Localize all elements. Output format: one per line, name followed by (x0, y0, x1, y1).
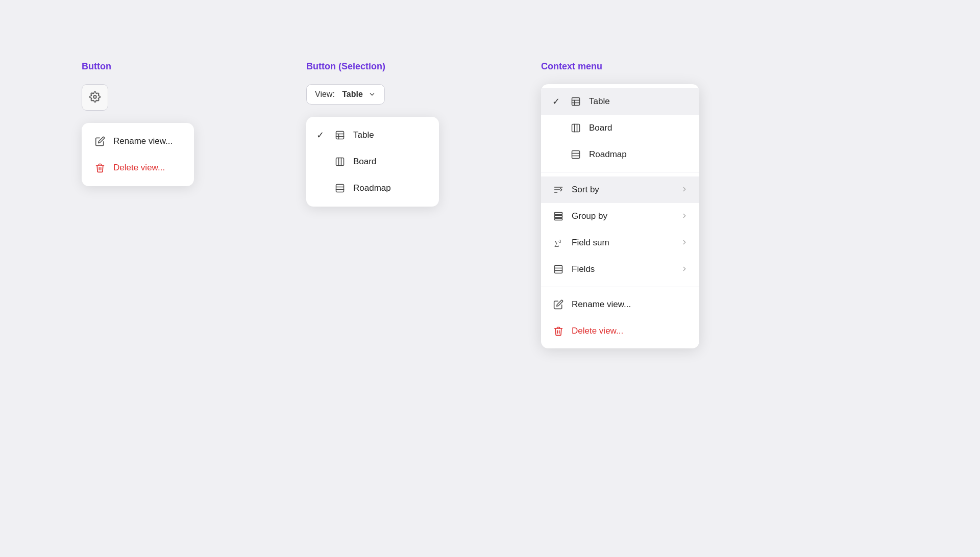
context-roadmap-label: Roadmap (589, 149, 627, 160)
chevron-right-icon-fields (681, 265, 688, 274)
gear-settings-button[interactable] (82, 84, 108, 111)
group-by-item[interactable]: Group by (541, 203, 699, 230)
selection-board-item[interactable]: ✓ Board (306, 148, 439, 175)
chevron-right-icon-sort (681, 186, 688, 194)
button-selection-title: Button (Selection) (306, 61, 385, 72)
context-table-label: Table (589, 96, 610, 107)
context-group-options: Sort by Group by (541, 172, 699, 287)
selection-board-label: Board (353, 157, 376, 167)
button-dropdown-menu: Rename view... Delete view... (82, 123, 194, 186)
chevron-right-icon-fieldsum (681, 239, 688, 247)
context-delete-label: Delete view... (572, 326, 623, 336)
roadmap-icon (334, 182, 346, 194)
svg-text:∑: ∑ (554, 239, 559, 247)
board-icon (334, 156, 346, 168)
group-icon (552, 210, 565, 222)
selection-roadmap-label: Roadmap (353, 183, 391, 193)
rename-view-item[interactable]: Rename view... (82, 128, 194, 155)
svg-rect-15 (572, 124, 580, 132)
context-table-item[interactable]: ✓ Table (541, 88, 699, 115)
selection-roadmap-item[interactable]: ✓ Roadmap (306, 175, 439, 201)
button-section: Button Rename view... (82, 61, 194, 186)
selection-table-item[interactable]: ✓ Table (306, 122, 439, 148)
svg-rect-1 (336, 132, 344, 139)
trash-icon (94, 162, 106, 174)
rename-view-label: Rename view... (113, 136, 173, 146)
context-delete-item[interactable]: Delete view... (541, 318, 699, 344)
check-icon-ctx: ✓ (552, 96, 562, 107)
svg-text:3: 3 (559, 239, 561, 244)
svg-rect-24 (555, 213, 562, 215)
gear-icon (89, 91, 101, 104)
pencil-icon-ctx (552, 298, 565, 311)
svg-point-0 (93, 95, 96, 98)
sort-by-label: Sort by (572, 185, 599, 195)
svg-rect-29 (555, 266, 562, 273)
roadmap-icon-ctx (570, 148, 582, 161)
group-by-label: Group by (572, 211, 607, 221)
view-selector-prefix: View: (315, 90, 337, 99)
trash-icon-ctx (552, 325, 565, 337)
chevron-right-icon-group (681, 212, 688, 221)
board-icon-ctx (570, 122, 582, 134)
button-section-title: Button (82, 61, 111, 72)
fields-item[interactable]: Fields (541, 256, 699, 283)
view-selector-value: Table (342, 90, 363, 99)
context-board-item[interactable]: ✓ Board (541, 115, 699, 141)
context-menu-section: Context menu ✓ Table ✓ (541, 61, 699, 348)
chevron-down-icon (368, 90, 376, 98)
context-board-label: Board (589, 123, 612, 133)
selection-table-label: Table (353, 130, 374, 140)
sort-icon (552, 184, 565, 196)
field-sum-label: Field sum (572, 238, 609, 248)
svg-rect-18 (572, 151, 580, 159)
context-rename-label: Rename view... (572, 299, 631, 310)
check-icon: ✓ (316, 130, 327, 141)
context-roadmap-item[interactable]: ✓ Roadmap (541, 141, 699, 168)
sort-by-item[interactable]: Sort by (541, 176, 699, 203)
context-menu-title: Context menu (541, 61, 602, 72)
button-selection-section: Button (Selection) View: Table ✓ Table (306, 61, 439, 207)
context-group-actions: Rename view... Delete view... (541, 287, 699, 348)
svg-rect-8 (336, 185, 344, 192)
fields-label: Fields (572, 264, 595, 274)
pencil-icon (94, 135, 106, 147)
table-icon (334, 129, 346, 141)
view-selector-button[interactable]: View: Table (306, 84, 385, 105)
table-icon-ctx (570, 95, 582, 108)
view-selection-dropdown: ✓ Table ✓ Board (306, 117, 439, 207)
fields-icon (552, 263, 565, 275)
context-menu-card: ✓ Table ✓ (541, 84, 699, 348)
svg-rect-25 (555, 215, 562, 217)
context-group-views: ✓ Table ✓ (541, 84, 699, 172)
fieldsum-icon: ∑ 3 (552, 237, 565, 249)
field-sum-item[interactable]: ∑ 3 Field sum (541, 230, 699, 256)
delete-view-item[interactable]: Delete view... (82, 155, 194, 181)
svg-rect-26 (555, 218, 562, 220)
svg-rect-11 (572, 98, 580, 106)
delete-view-label: Delete view... (113, 163, 165, 173)
context-rename-item[interactable]: Rename view... (541, 291, 699, 318)
svg-rect-5 (336, 158, 344, 166)
